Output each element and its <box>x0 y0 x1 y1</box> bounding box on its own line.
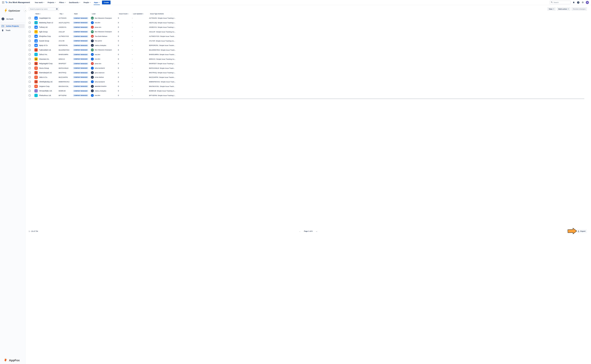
menu-filters[interactable]: Filters▼ <box>58 0 67 5</box>
issue-type-scheme: ASULSF: Simple Issue Tracking Iss... <box>149 31 176 33</box>
project-name[interactable]: Vensazofojku Ltd. <box>39 90 52 92</box>
row-checkbox[interactable] <box>29 81 31 83</box>
menu-your-work[interactable]: Your work▼ <box>33 0 46 5</box>
menu-dashboards[interactable]: Dashboards▼ <box>68 0 82 5</box>
project-icon: ☸ <box>34 21 38 24</box>
last-updated: - <box>132 94 133 96</box>
project-name[interactable]: Agfo Group <box>39 31 48 33</box>
row-checkbox[interactable] <box>29 58 31 60</box>
table-row[interactable]: ◗ Vensazofojku Ltd. BOMKUB COMPANY MANAG… <box>29 89 185 93</box>
row-checkbox[interactable] <box>29 67 31 69</box>
row-checkbox[interactable] <box>29 90 31 92</box>
project-icon-glyph: ⚑ <box>35 31 37 33</box>
jira-brand[interactable]: Jira Work Management <box>5 1 30 4</box>
project-name[interactable]: Jinaceara Inc. <box>39 58 49 60</box>
column-header-lead: Lead <box>91 13 118 15</box>
project-key: BDPIORCRL <box>59 45 68 46</box>
row-checkbox[interactable] <box>29 35 31 37</box>
row-checkbox[interactable] <box>29 44 31 46</box>
row-checkbox[interactable] <box>29 22 31 24</box>
table-row[interactable]: ▲ Juupobejani Inc. ACTDGZG COMPANY MANAG… <box>29 16 185 20</box>
row-checkbox[interactable] <box>29 53 31 55</box>
main-menu: Your work▼ Projects▼ Filters▼ Dashboards… <box>33 0 101 5</box>
sidebar-collapse-button[interactable]: ‹ <box>24 9 27 12</box>
row-checkbox[interactable] <box>29 94 31 96</box>
chevron-down-icon: ▼ <box>79 2 80 3</box>
table-row[interactable]: ⚒ Hovzu Group BKPGVHNLB COMPANY MANAGED … <box>29 66 185 71</box>
project-icon-glyph: ▣ <box>35 58 37 60</box>
table-row[interactable]: ☕ Fiheluohvuc Ltd. BPTVEPW COMPANY MANAG… <box>29 93 185 98</box>
table-row[interactable]: ◉ Uletefojakukig Ltd. BMBNFBSVKZ COMPANY… <box>29 79 185 84</box>
project-name[interactable]: Susiok Group <box>39 40 49 42</box>
issue-type-scheme: BMBNFBSVKZ: Simple Issue Track... <box>149 81 176 83</box>
menu-people[interactable]: People▼ <box>82 0 92 5</box>
project-name[interactable]: Tujifunekbel Ltd. <box>39 49 51 51</box>
project-name[interactable]: Fiheluohvuc Ltd. <box>39 94 51 96</box>
project-name[interactable]: Apoju & Co. <box>39 44 48 46</box>
go-back-item[interactable]: ← Go back <box>0 17 25 21</box>
project-name[interactable]: Tuthooj Ltd. <box>39 26 48 28</box>
table-row[interactable]: ☻ Apoju & Co. BDPIORCRL COMPANY MANAGED … <box>29 43 185 48</box>
create-button[interactable]: Create <box>102 0 111 4</box>
app-switcher-icon[interactable] <box>2 1 4 3</box>
sidebar-item-active-projects[interactable]: Active Projects <box>1 24 25 28</box>
table-row[interactable]: ◉ Tujifunekbel Ltd. BGJORMYROI COMPANY M… <box>29 48 185 52</box>
row-checkbox[interactable] <box>29 63 31 65</box>
table-row[interactable]: ☸ Marketing Team v2 AEOTLOQTFG COMPANY M… <box>29 20 185 25</box>
table-row[interactable]: ▣ Jinaceara Inc. BIRKIVX COMPANY MANAGED… <box>29 57 185 61</box>
issue-type-scheme: AUTMOVYGS: Simple Issue Tracki... <box>149 35 175 37</box>
row-checkbox[interactable] <box>29 76 31 78</box>
row-checkbox[interactable] <box>29 26 31 28</box>
project-icon-glyph: ⚒ <box>35 67 37 69</box>
project-icon-glyph: ☁ <box>35 40 37 42</box>
project-name[interactable]: Jebiz & Co. <box>39 76 48 78</box>
project-name[interactable]: Uletefojakukig Ltd. <box>39 81 53 83</box>
project-key: BKNPDDT <box>59 63 66 65</box>
row-checkbox[interactable] <box>29 31 31 33</box>
project-name[interactable]: Hovzu Group <box>39 67 49 69</box>
row-checkbox[interactable] <box>29 17 31 19</box>
row-checkbox[interactable] <box>29 85 31 87</box>
column-header-name[interactable]: Name <box>34 13 59 15</box>
table-row[interactable]: ◉ Zafuczi Inc. BHWSUMRN COMPANY MANAGED … <box>29 52 185 57</box>
table-row[interactable]: ▤ Etamubazjod Ltd. BKSTRXQ COMPANY MANAG… <box>29 70 185 75</box>
sidebar-item-trash[interactable]: Trash <box>1 28 25 32</box>
issue-type-scheme: BIRKIVX: Simple Issue Tracking Iss... <box>149 58 176 60</box>
style-badge: COMPANY MANAGED <box>73 63 88 65</box>
project-name[interactable]: Juupobejani Inc. <box>39 17 51 19</box>
lead-name: taha.kandamir <box>95 67 105 69</box>
project-name[interactable]: Nelgutagaful Corp. <box>39 63 53 65</box>
table-row[interactable]: ☁ Tuthooj Ltd. ASOEGYA COMPANY MANAGED P… <box>29 25 185 30</box>
lead-avatar: BW <box>91 49 94 51</box>
project-name[interactable]: Zafuczi Inc. <box>39 53 48 55</box>
column-header-issue-count[interactable]: Issue Count <box>118 13 132 15</box>
project-name[interactable]: Josjanro Corp. <box>39 85 50 87</box>
project-name[interactable]: Kihujlufuw Corp. <box>39 35 51 37</box>
row-checkbox[interactable] <box>29 40 31 42</box>
table-row[interactable]: ☁ Susiok Group AYLFJR COMPANY MANAGED F … <box>29 39 185 43</box>
project-icon-glyph: ▣ <box>35 63 37 65</box>
project-search[interactable]: × <box>29 7 59 11</box>
table-row[interactable]: ▣ Nelgutagaful Corp. BKNPDDT COMPANY MAN… <box>29 61 185 66</box>
table-row[interactable]: ☁ Kihujlufuw Corp. AUTMOVYGS COMPANY MAN… <box>29 34 185 39</box>
menu-apps[interactable]: Apps▼ <box>93 0 101 5</box>
project-search-input[interactable] <box>30 8 56 10</box>
table-row[interactable]: ☰ Jebiz & Co. BKZZJHPPK COMPANY MANAGED … <box>29 75 185 80</box>
clear-search-icon[interactable]: × <box>56 8 58 10</box>
lead-name: Tom Buhl-Nielsen <box>95 35 107 37</box>
issue-count: 0 <box>118 53 119 55</box>
project-name[interactable]: Marketing Team v2 <box>39 22 53 24</box>
column-header-last-updated[interactable]: Last Updated <box>132 13 149 15</box>
table-row[interactable]: ⚒ Josjanro Corp. BNVSKAYOIL COMPANY MANA… <box>29 84 185 89</box>
project-icon: ☻ <box>34 44 38 47</box>
last-updated: - <box>132 63 133 65</box>
row-checkbox[interactable] <box>29 49 31 51</box>
table-row[interactable]: ⚑ Agfo Group ASULSF COMPANY MANAGED BW B… <box>29 30 185 34</box>
last-updated: - <box>132 90 133 92</box>
menu-projects[interactable]: Projects▼ <box>46 0 57 5</box>
last-updated: - <box>132 22 133 24</box>
column-header-key[interactable]: Key <box>59 13 73 15</box>
issue-type-scheme: AYLFJR: Simple Issue Tracking Iss... <box>149 40 175 42</box>
project-name[interactable]: Etamubazjod Ltd. <box>39 72 52 74</box>
row-checkbox[interactable] <box>29 72 31 74</box>
